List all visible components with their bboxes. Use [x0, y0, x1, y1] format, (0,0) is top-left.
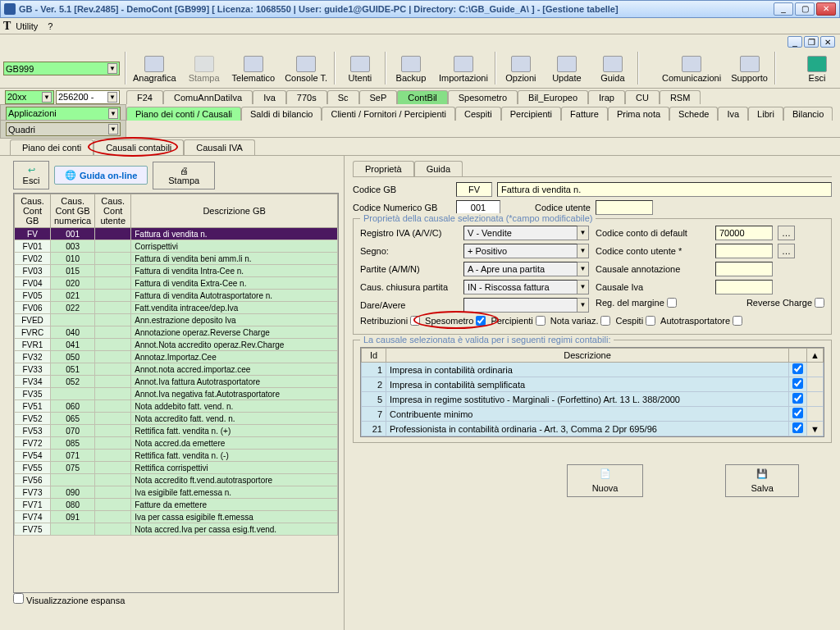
regime-row[interactable]: 5Impresa in regime sostitutivo - Margina…: [362, 392, 824, 407]
table-row[interactable]: FV52065Nota accredito fatt. vend. n.: [15, 413, 338, 425]
primary-tab-rsm[interactable]: RSM: [660, 90, 701, 104]
checkbox-cespiti[interactable]: Cespiti: [615, 316, 655, 326]
dropdown-segno[interactable]: + Positivo: [463, 244, 578, 258]
table-row[interactable]: FV34052Annot.Iva fattura Autotrasportato…: [15, 376, 338, 388]
causali-grid[interactable]: Caus. Cont GB Caus. Cont GB numerica Cau…: [13, 193, 339, 593]
secondary-tab[interactable]: Bilancio: [783, 107, 833, 121]
table-row[interactable]: FV72085Nota accred.da emettere: [15, 437, 338, 450]
close-button[interactable]: ✕: [816, 2, 836, 16]
primary-tab-sc[interactable]: Sc: [327, 90, 359, 104]
dropdown-chiusura[interactable]: IN - Riscossa fattura: [463, 280, 578, 294]
field-conto-utente[interactable]: [715, 244, 773, 258]
field-annotazione[interactable]: [715, 262, 773, 276]
regime-row[interactable]: 21Professionista in contabilità ordinari…: [362, 422, 824, 436]
col-descrizione[interactable]: Descrizione GB: [131, 194, 338, 228]
table-row[interactable]: FV74091Iva per cassa esigibile ft.emessa: [15, 511, 338, 523]
guida-online-link[interactable]: 🌐Guida on-line: [54, 166, 148, 185]
toolbar-esci[interactable]: Esci: [796, 54, 838, 84]
primary-tab-770s[interactable]: 770s: [286, 90, 327, 104]
table-row[interactable]: FV32050Annotaz.Importaz.Cee: [15, 351, 338, 363]
subtab-causali-contabili[interactable]: Causali contabili: [94, 139, 184, 155]
table-row[interactable]: FV35Annot.Iva negativa fat.Autotrasporta…: [15, 388, 338, 400]
table-row[interactable]: FVRC040Annotazione operaz.Reverse Charge: [15, 326, 338, 339]
primary-tab-comuanndatiiva[interactable]: ComuAnnDatiIva: [163, 90, 253, 104]
lookup-conto-default[interactable]: …: [778, 226, 795, 240]
checkbox-retribuzioni[interactable]: Retribuzioni: [360, 316, 420, 326]
toolbar-update[interactable]: Update: [546, 54, 588, 84]
tab-guida[interactable]: Guida: [414, 161, 463, 176]
regime-row[interactable]: 7Contribuente minimo: [362, 407, 824, 422]
toolbar-console[interactable]: Console T.: [281, 54, 331, 84]
combo-quadri[interactable]: Quadri▼: [6, 122, 121, 136]
checkbox-reverse[interactable]: Reverse Charge: [746, 298, 824, 308]
combo-code[interactable]: 256200 -▼: [56, 90, 120, 104]
secondary-tab[interactable]: Percipienti: [501, 107, 561, 121]
table-row[interactable]: FV55075Rettifica corrispettivi: [15, 462, 338, 474]
dropdown-registro[interactable]: V - Vendite: [463, 226, 578, 240]
primary-tab-cu[interactable]: CU: [625, 90, 660, 104]
toolbar-telematico[interactable]: Telematico: [229, 54, 279, 84]
checkbox-notavariaz[interactable]: Nota variaz.: [550, 316, 611, 326]
checkbox-percipienti[interactable]: Percipienti: [491, 316, 545, 326]
visualizzazione-espansa-checkbox[interactable]: Visualizzazione espansa: [13, 596, 125, 605]
checkbox-regmargine[interactable]: Reg. del margine: [596, 298, 677, 308]
table-row[interactable]: FV01003Corrispettivi: [15, 240, 338, 253]
primary-tab-iva[interactable]: Iva: [253, 90, 286, 104]
menu-help[interactable]: ?: [48, 21, 52, 31]
field-causale-iva[interactable]: [715, 280, 773, 294]
nuova-button[interactable]: 📄Nuova: [567, 464, 644, 497]
toolbar-utenti[interactable]: Utenti: [339, 54, 381, 84]
mdi-restore[interactable]: ❐: [804, 36, 819, 48]
toolbar-importazioni[interactable]: Importazioni: [436, 54, 491, 84]
salva-button[interactable]: 💾Salva: [725, 464, 799, 497]
primary-tab-f24[interactable]: F24: [126, 90, 163, 104]
secondary-tab[interactable]: Fatture: [561, 107, 608, 121]
table-row[interactable]: FVEDAnn.estrazione deposito Iva: [15, 314, 338, 326]
secondary-tab[interactable]: Iva: [718, 107, 748, 121]
dropdown-dareavere[interactable]: [463, 298, 578, 313]
primary-tab-sep[interactable]: SeP: [359, 90, 398, 104]
mdi-minimize[interactable]: _: [788, 36, 802, 48]
toolbar-supporto[interactable]: Supporto: [728, 54, 771, 84]
dropdown-partite[interactable]: A - Apre una partita: [463, 262, 578, 276]
primary-tab-irap[interactable]: Irap: [588, 90, 625, 104]
tab-proprieta[interactable]: Proprietà: [353, 161, 414, 176]
table-row[interactable]: FV75Nota accred.Iva per cassa esig.ft.ve…: [15, 523, 338, 536]
secondary-tab[interactable]: Libri: [748, 107, 783, 121]
table-row[interactable]: FV73090Iva esigibile fatt.emessa n.: [15, 486, 338, 499]
combo-anno[interactable]: 20xx▼: [5, 90, 54, 104]
secondary-tab[interactable]: Prima nota: [608, 107, 669, 121]
secondary-tab[interactable]: Piano dei conti / Causali: [126, 107, 241, 121]
secondary-tab[interactable]: Clienti / Fornitori / Percipienti: [322, 107, 455, 121]
col-caus-num[interactable]: Caus. Cont GB numerica: [51, 194, 95, 228]
mdi-close[interactable]: ✕: [820, 36, 835, 48]
table-row[interactable]: FV53070Rettifica fatt. vendita n. (+): [15, 425, 338, 437]
col-caus-gb[interactable]: Caus. Cont GB: [15, 194, 51, 228]
combo-ditta[interactable]: GB999▼: [3, 62, 120, 75]
lookup-conto-utente[interactable]: …: [778, 244, 795, 258]
table-row[interactable]: FVR1041Annot.Nota accredito operaz.Rev.C…: [15, 339, 338, 351]
regimi-grid[interactable]: Id Descrizione ▲ 1Impresa in contabilità…: [360, 347, 824, 437]
toolbar-comunicazioni[interactable]: Comunicazioni: [659, 54, 724, 84]
regime-row[interactable]: 2Impresa in contabilità semplificata: [362, 377, 824, 392]
col-regime-id[interactable]: Id: [362, 349, 386, 363]
checkbox-spesometro[interactable]: Spesometro: [425, 316, 486, 326]
primary-tab-contbil[interactable]: ContBil: [397, 90, 447, 104]
toolbar-guida[interactable]: Guida: [591, 54, 634, 84]
table-row[interactable]: FV02010Fattura di vendita beni amm.li n.: [15, 253, 338, 265]
col-regime-desc[interactable]: Descrizione: [386, 349, 789, 363]
table-row[interactable]: FV54071Rettifica fatt. vendita n. (-): [15, 450, 338, 462]
table-row[interactable]: FV71080Fatture da emettere: [15, 499, 338, 511]
toolbar-stampa[interactable]: Stampa: [183, 54, 226, 84]
secondary-tab[interactable]: Saldi di bilancio: [241, 107, 322, 121]
combo-applicazioni[interactable]: Applicazioni▼: [6, 107, 121, 121]
field-conto-default[interactable]: 70000: [715, 226, 773, 240]
secondary-tab[interactable]: Schede: [669, 107, 718, 121]
regime-row[interactable]: 1Impresa in contabilità ordinaria: [362, 363, 824, 377]
toolbar-opzioni[interactable]: Opzioni: [500, 54, 542, 84]
table-row[interactable]: FV51060Nota addebito fatt. vend. n.: [15, 400, 338, 413]
table-row[interactable]: FV05021Fattura di vendita Autotrasportat…: [15, 290, 338, 302]
esci-button[interactable]: ↩Esci: [13, 161, 49, 189]
scrollbar-up[interactable]: ▲: [807, 349, 824, 363]
secondary-tab[interactable]: Cespiti: [455, 107, 501, 121]
